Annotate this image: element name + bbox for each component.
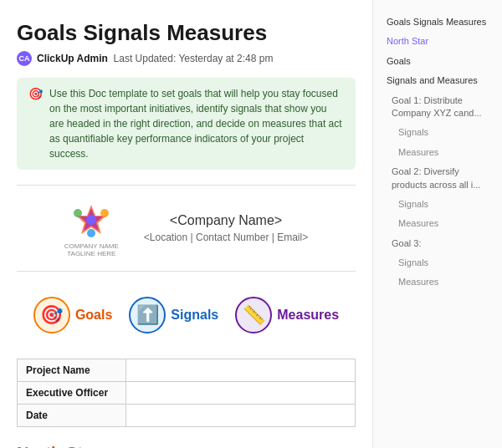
measures-icon-item: 📏 Measures [235,297,339,333]
signals-icon-item: ⬆️ Signals [129,297,218,333]
signals-icon: ⬆️ [129,297,166,333]
goals-label: Goals [75,308,112,323]
table-cell-value [126,359,356,382]
info-banner-text: Use this Doc template to set goals that … [49,86,344,161]
table-row: Date [18,405,356,427]
measures-label: Measures [277,308,339,323]
company-logo: COMPANY NAME TAGLINE HERE [64,199,119,257]
company-tagline: TAGLINE HERE [64,250,119,257]
sidebar-item[interactable]: Goals Signals Measures [383,13,492,31]
signals-label: Signals [171,308,218,323]
last-updated: Last Updated: Yesterday at 2:48 pm [114,53,274,64]
table-cell-label: Executive Officer [18,382,126,405]
svg-point-2 [86,215,96,225]
company-name-placeholder: <Company Name> [144,213,308,228]
author-text: ClickUp Admin Last Updated: Yesterday at… [37,53,273,64]
info-banner-icon: 🎯 [28,87,43,100]
sidebar-item[interactable]: Goal 1: Distribute Company XYZ cand... [383,92,492,123]
company-logo-icon [66,199,116,241]
company-details-placeholder: <Location | Contact Number | Email> [144,232,308,243]
svg-point-4 [100,209,109,217]
table-cell-label: Project Name [18,359,126,382]
company-info: <Company Name> <Location | Contact Numbe… [144,213,308,243]
sidebar-item[interactable]: Signals [383,124,492,141]
company-logo-label: COMPANY NAME TAGLINE HERE [64,242,119,257]
author-avatar: CA [17,51,32,66]
sidebar-item[interactable]: Signals [383,196,492,213]
north-star-title: North Star [17,444,356,448]
company-name-label: COMPANY NAME [64,242,119,250]
sidebar-item[interactable]: Goals [383,53,492,70]
sidebar-item[interactable]: Measures [383,215,492,232]
company-section: COMPANY NAME TAGLINE HERE <Company Name>… [17,185,356,272]
table-row: Project Name [18,359,356,382]
goals-icon: 🎯 [33,297,70,333]
sidebar-item[interactable]: Signals [383,254,492,272]
measures-icon: 📏 [235,297,272,333]
info-banner: 🎯 Use this Doc template to set goals tha… [17,78,356,170]
author-name: ClickUp Admin [37,53,108,64]
sidebar-item[interactable]: Goal 2: Diversify products across all i.… [383,163,492,194]
svg-point-3 [74,209,82,217]
svg-point-5 [87,229,95,237]
table-cell-value [126,405,356,427]
author-initials: CA [19,54,30,63]
sidebar: Goals Signals MeasuresNorth StarGoalsSig… [372,0,502,448]
goals-icon-item: 🎯 Goals [33,297,112,333]
sidebar-item[interactable]: North Star [383,33,492,50]
sidebar-item[interactable]: Measures [383,144,492,161]
main-content: Goals Signals Measures CA ClickUp Admin … [0,0,372,448]
icons-row: 🎯 Goals ⬆️ Signals 📏 Measures [17,285,356,345]
sidebar-item[interactable]: Measures [383,273,492,291]
page-title: Goals Signals Measures [17,20,356,46]
sidebar-item[interactable]: Goal 3: [383,235,492,252]
author-row: CA ClickUp Admin Last Updated: Yesterday… [17,51,356,66]
table-cell-label: Date [18,405,126,427]
sidebar-item[interactable]: Signals and Measures [383,72,492,89]
table-cell-value [126,382,356,405]
info-table: Project NameExecutive OfficerDate [17,359,356,427]
table-row: Executive Officer [18,382,356,405]
